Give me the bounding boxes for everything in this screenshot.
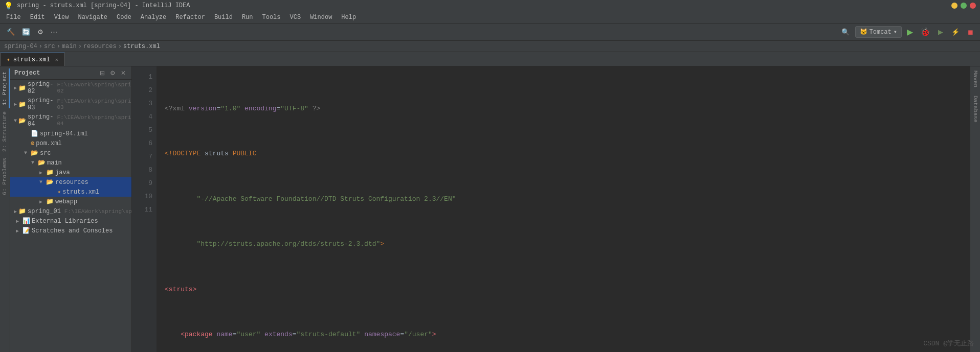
menu-item-edit[interactable]: Edit bbox=[26, 13, 49, 22]
line-num-2: 2 bbox=[132, 84, 157, 97]
toolbar: 🔨 🔄 ⚙ ⋯ 🔍 🐱 Tomcat ▾ ▶ 🐞 ▶ ⚡ ◼ bbox=[0, 24, 980, 41]
code-line-3: "-//Apache Software Foundation//DTD Stru… bbox=[165, 193, 970, 206]
tomcat-config-btn[interactable]: 🐱 Tomcat ▾ bbox=[855, 26, 902, 38]
toolbar-more-btn[interactable]: ⋯ bbox=[48, 27, 60, 37]
menu-item-vcs[interactable]: VCS bbox=[286, 13, 305, 22]
file-icon-struts-xml: ✦ bbox=[57, 188, 61, 196]
folder-icon-webapp: 📁 bbox=[46, 198, 54, 205]
tree-arrow-spring-01: ▶ bbox=[14, 208, 17, 215]
menu-item-file[interactable]: File bbox=[2, 13, 25, 22]
breadcrumb-part-1[interactable]: src bbox=[44, 43, 55, 50]
tree-item-main[interactable]: ▼ 📂 main bbox=[10, 158, 131, 168]
menu-item-tools[interactable]: Tools bbox=[258, 13, 285, 22]
maximize-button[interactable] bbox=[961, 3, 967, 9]
code-line-2: <!DOCTYPE struts PUBLIC bbox=[165, 148, 970, 161]
folder-icon-spring-02: 📁 bbox=[18, 84, 26, 92]
menu-item-build[interactable]: Build bbox=[210, 13, 237, 22]
tree-item-java[interactable]: ▶ 📁 java bbox=[10, 168, 131, 177]
tree-label-struts-xml: struts.xml bbox=[62, 189, 99, 196]
project-tool-tab[interactable]: 1: Project bbox=[1, 68, 10, 108]
minimize-button[interactable] bbox=[951, 3, 957, 9]
sidebar-header: Project ⊟ ⚙ ✕ bbox=[10, 66, 131, 80]
tree-label-spring-02: spring-02 bbox=[28, 81, 53, 95]
sidebar-settings-btn[interactable]: ⚙ bbox=[108, 69, 117, 77]
tree-arrow-java: ▶ bbox=[39, 170, 44, 176]
sidebar-close-btn[interactable]: ✕ bbox=[119, 69, 127, 77]
tree-label-spring-03: spring-03 bbox=[28, 97, 53, 111]
database-tool-tab[interactable]: Database bbox=[971, 93, 979, 125]
tree-item-spring-01[interactable]: ▶ 📁 spring_01 F:\IEAWork\spring\spring_0… bbox=[10, 206, 131, 216]
tree-arrow-scratches: ▶ bbox=[16, 228, 21, 234]
tree-item-scratches[interactable]: ▶ 📝 Scratches and Consoles bbox=[10, 226, 131, 236]
menu-item-window[interactable]: Window bbox=[306, 13, 336, 22]
tree-label-ext-libs: External Libraries bbox=[32, 218, 98, 225]
tree-label-java: java bbox=[55, 169, 70, 176]
code-line-1: <?xml version="1.0" encoding="UTF-8" ?> bbox=[165, 102, 970, 115]
project-sidebar: Project ⊟ ⚙ ✕ ▶ 📁 spring-02 F:\IEAWork\s… bbox=[10, 66, 132, 352]
tree-item-spring-03[interactable]: ▶ 📁 spring-03 F:\IEAWork\spring\spring-0… bbox=[10, 96, 131, 112]
menu-item-analyze[interactable]: Analyze bbox=[137, 13, 170, 22]
tree-path-spring-04: F:\IEAWork\spring\spring-04 bbox=[57, 114, 132, 127]
file-icon-iml: 📄 bbox=[31, 130, 38, 137]
toolbar-settings-btn[interactable]: ⚙ bbox=[35, 27, 46, 37]
close-button[interactable] bbox=[970, 3, 976, 9]
folder-icon-spring-04: 📂 bbox=[18, 117, 26, 125]
title-bar-title: spring - struts.xml [spring-04] - Intell… bbox=[17, 2, 190, 9]
folder-icon-src: 📂 bbox=[31, 149, 38, 157]
tab-bar: ✦ struts.xml ✕ bbox=[0, 52, 980, 66]
editor-panel[interactable]: 1 2 3 4 5 6 7 8 9 10 11 <?xml version="1… bbox=[132, 66, 970, 352]
problems-tool-tab[interactable]: 6: Problems bbox=[1, 155, 10, 198]
tree-item-webapp[interactable]: ▶ 📁 webapp bbox=[10, 197, 131, 206]
tree-item-src[interactable]: ▼ 📂 src bbox=[10, 148, 131, 158]
menu-item-code[interactable]: Code bbox=[113, 13, 136, 22]
right-tool-strip: Maven Database bbox=[970, 66, 980, 352]
menu-item-navigate[interactable]: Navigate bbox=[74, 13, 112, 22]
breadcrumb-part-3[interactable]: resources bbox=[83, 43, 117, 50]
menu-item-help[interactable]: Help bbox=[337, 13, 360, 22]
toolbar-sync-btn[interactable]: 🔄 bbox=[19, 27, 33, 37]
tree-item-struts-xml[interactable]: ✦ struts.xml bbox=[10, 187, 131, 197]
structure-tool-tab[interactable]: 2: Structure bbox=[1, 108, 10, 155]
tree-item-pom[interactable]: ⚙ pom.xml bbox=[10, 138, 131, 148]
search-everywhere-btn[interactable]: 🔍 bbox=[839, 27, 852, 37]
tree-item-external-libraries[interactable]: ▶ 📊 External Libraries bbox=[10, 216, 131, 226]
tree-item-spring-02[interactable]: ▶ 📁 spring-02 F:\IEAWork\spring\spring-0… bbox=[10, 80, 131, 96]
stop-btn[interactable]: ◼ bbox=[965, 27, 976, 37]
breadcrumb: spring-04 › src › main › resources › str… bbox=[0, 41, 980, 52]
breadcrumb-part-2[interactable]: main bbox=[62, 43, 77, 50]
menu-bar: FileEditViewNavigateCodeAnalyzeRefactorB… bbox=[0, 11, 980, 24]
sidebar-collapse-all-btn[interactable]: ⊟ bbox=[98, 69, 106, 77]
toolbar-build-btn[interactable]: 🔨 bbox=[4, 27, 17, 37]
menu-item-refactor[interactable]: Refactor bbox=[171, 13, 209, 22]
breadcrumb-current: struts.xml bbox=[123, 43, 160, 50]
line-num-3: 3 bbox=[132, 97, 157, 110]
tab-struts-xml[interactable]: ✦ struts.xml ✕ bbox=[0, 53, 65, 66]
tomcat-dropdown-icon: ▾ bbox=[894, 28, 897, 36]
coverage-btn[interactable]: ▶ bbox=[936, 27, 946, 37]
tree-item-spring-04-iml[interactable]: 📄 spring-04.iml bbox=[10, 129, 131, 138]
tree-item-resources[interactable]: ▼ 📂 resources bbox=[10, 177, 131, 187]
tree-label-src: src bbox=[40, 150, 51, 157]
tab-close-icon[interactable]: ✕ bbox=[55, 57, 58, 63]
code-line-4: "http://struts.apache.org/dtds/struts-2.… bbox=[165, 238, 970, 251]
code-content[interactable]: <?xml version="1.0" encoding="UTF-8" ?> … bbox=[157, 66, 970, 352]
tree-arrow-webapp: ▶ bbox=[39, 199, 44, 205]
breadcrumb-sep-3: › bbox=[118, 43, 122, 50]
code-line-6: <package name="user" extends="struts-def… bbox=[165, 328, 970, 341]
run-button[interactable]: ▶ bbox=[905, 26, 915, 38]
tree-arrow-ext-libs: ▶ bbox=[16, 218, 21, 224]
breadcrumb-part-0[interactable]: spring-04 bbox=[4, 43, 37, 50]
left-tool-strip: 1: Project 2: Structure 6: Problems bbox=[0, 66, 10, 352]
tree-arrow-resources: ▼ bbox=[39, 179, 44, 185]
profile-btn[interactable]: ⚡ bbox=[949, 27, 962, 37]
debug-button[interactable]: 🐞 bbox=[918, 26, 932, 38]
scratches-icon: 📝 bbox=[23, 227, 30, 234]
tree-arrow-spring-02: ▶ bbox=[14, 85, 17, 91]
menu-item-view[interactable]: View bbox=[50, 13, 73, 22]
breadcrumb-sep-2: › bbox=[78, 43, 82, 50]
line-num-6: 6 bbox=[132, 137, 157, 150]
maven-tool-tab[interactable]: Maven bbox=[971, 68, 979, 89]
tree-item-spring-04[interactable]: ▼ 📂 spring-04 F:\IEAWork\spring\spring-0… bbox=[10, 112, 131, 129]
menu-item-run[interactable]: Run bbox=[238, 13, 257, 22]
tab-xml-icon: ✦ bbox=[7, 56, 10, 63]
